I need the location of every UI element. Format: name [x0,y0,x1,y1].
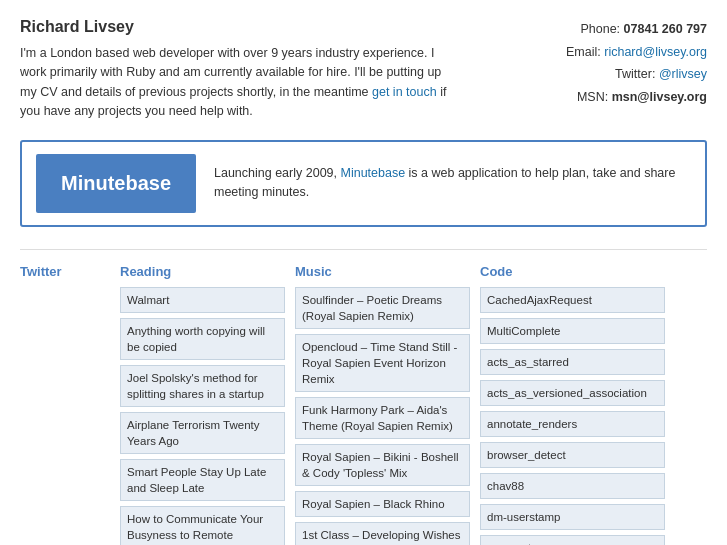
list-item[interactable]: Anything worth copying will be copied [120,318,285,360]
list-item[interactable]: Soulfinder – Poetic Dreams (Royal Sapien… [295,287,470,329]
list-item[interactable]: Royal Sapien – Black Rhino [295,491,470,517]
last-name: Livsey [84,18,134,35]
phone-row: Phone: 07841 260 797 [566,18,707,41]
email-label: Email: [566,45,601,59]
msn-value: msn@livsey.org [612,90,707,104]
twitter-label: Twitter: [615,67,655,81]
list-item[interactable]: 1st Class – Developing Wishes - Royal Sa… [295,522,470,545]
list-item[interactable]: How to Communicate Your Busyness to Remo… [120,506,285,545]
first-name: Richard [20,18,80,35]
list-item[interactable]: Smart People Stay Up Late and Sleep Late [120,459,285,501]
list-item[interactable]: Joel Spolsky's method for splitting shar… [120,365,285,407]
list-item[interactable]: browser_detect [480,442,665,468]
minutebase-logo: Minutebase [36,154,196,213]
email-row: Email: richard@livsey.org [566,41,707,64]
list-item[interactable]: acts_as_starred [480,349,665,375]
bio-text: I'm a London based web developer with ov… [20,44,450,122]
email-link[interactable]: richard@livsey.org [604,45,707,59]
code-header: Code [480,264,665,279]
list-item[interactable]: Royal Sapien – Bikini - Boshell & Cody '… [295,444,470,486]
person-name: Richard Livsey [20,18,450,36]
list-item[interactable]: Funk Harmony Park – Aida's Theme (Royal … [295,397,470,439]
content-columns: Twitter Reading Walmart Anything worth c… [20,249,707,546]
phone-value: 07841 260 797 [624,22,707,36]
get-in-touch-link[interactable]: get in touch [372,85,437,99]
minutebase-prefix: Launching early 2009, [214,166,340,180]
list-item[interactable]: Airplane Terrorism Twenty Years Ago [120,412,285,454]
reading-header: Reading [120,264,285,279]
list-item[interactable]: annotate_renders [480,411,665,437]
msn-label: MSN: [577,90,608,104]
list-item[interactable]: escargot [480,535,665,545]
music-column: Music Soulfinder – Poetic Dreams (Royal … [295,264,480,546]
twitter-column: Twitter [20,264,120,546]
twitter-link[interactable]: @rlivsey [659,67,707,81]
list-item[interactable]: dm-userstamp [480,504,665,530]
list-item[interactable]: Walmart [120,287,285,313]
contact-section: Phone: 07841 260 797 Email: richard@livs… [566,18,707,108]
page-header: Richard Livsey I'm a London based web de… [20,18,707,122]
minutebase-link[interactable]: Minutebase [340,166,405,180]
list-item[interactable]: MultiComplete [480,318,665,344]
bio-section: Richard Livsey I'm a London based web de… [20,18,450,122]
list-item[interactable]: acts_as_versioned_association [480,380,665,406]
minutebase-description: Launching early 2009, Minutebase is a we… [214,164,691,203]
list-item[interactable]: Opencloud – Time Stand Still - Royal Sap… [295,334,470,392]
twitter-header: Twitter [20,264,110,279]
reading-column: Reading Walmart Anything worth copying w… [120,264,295,546]
minutebase-box: Minutebase Launching early 2009, Minuteb… [20,140,707,227]
list-item[interactable]: CachedAjaxRequest [480,287,665,313]
phone-label: Phone: [580,22,620,36]
msn-row: MSN: msn@livsey.org [566,86,707,109]
music-header: Music [295,264,470,279]
code-column: Code CachedAjaxRequest MultiComplete act… [480,264,665,546]
list-item[interactable]: chav88 [480,473,665,499]
twitter-row: Twitter: @rlivsey [566,63,707,86]
